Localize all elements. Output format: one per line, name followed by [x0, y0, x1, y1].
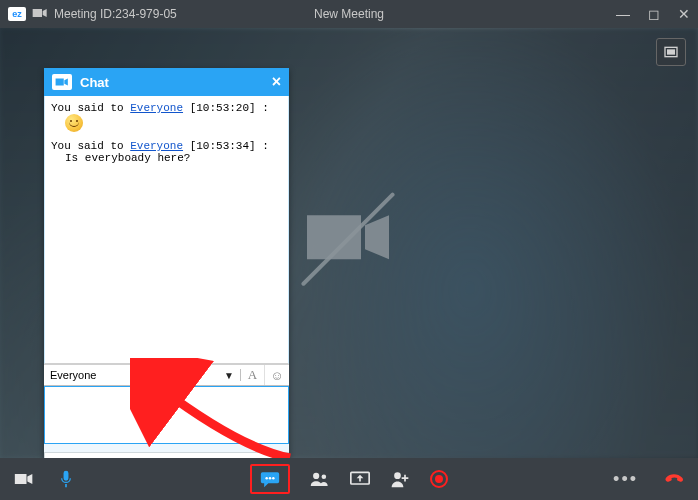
chevron-down-icon: ▼	[224, 370, 234, 381]
maximize-button[interactable]: ◻	[648, 6, 660, 22]
chat-recipient-link[interactable]: Everyone	[130, 102, 183, 114]
camera-off-icon	[303, 201, 395, 277]
minimize-button[interactable]: —	[616, 6, 630, 22]
smiley-emoji-icon	[65, 114, 83, 132]
chat-close-button[interactable]: ×	[272, 73, 281, 91]
camera-small-icon	[32, 7, 48, 22]
chat-button[interactable]	[250, 464, 290, 494]
mic-toggle-button[interactable]	[56, 470, 76, 488]
participants-button[interactable]	[310, 470, 330, 488]
svg-point-2	[265, 477, 268, 480]
meeting-id-label: Meeting ID:234-979-05	[54, 7, 177, 21]
close-window-button[interactable]: ✕	[678, 6, 690, 22]
hangup-button[interactable]	[664, 470, 684, 488]
chat-title: Chat	[80, 75, 109, 90]
chat-log: You said to Everyone [10:53:20] : You sa…	[44, 96, 289, 364]
add-participant-button[interactable]	[390, 470, 410, 488]
emoji-picker-button[interactable]: ☺	[265, 365, 289, 385]
chat-message-body	[51, 114, 282, 132]
chat-header[interactable]: Chat ×	[44, 68, 289, 96]
app-logo-icon: ez	[8, 7, 26, 21]
chat-message: You said to Everyone [10:53:34] :	[51, 140, 282, 152]
svg-point-3	[269, 477, 272, 480]
more-options-button[interactable]: •••	[613, 469, 638, 490]
camera-toggle-button[interactable]	[14, 470, 34, 488]
chat-recipient-selected: Everyone	[50, 369, 96, 381]
record-icon	[430, 470, 448, 488]
svg-point-6	[322, 474, 327, 479]
svg-point-4	[272, 477, 275, 480]
bottom-toolbar: •••	[0, 458, 698, 500]
share-screen-button[interactable]	[350, 470, 370, 488]
chat-app-icon	[52, 74, 72, 90]
chat-message: You said to Everyone [10:53:20] :	[51, 102, 282, 114]
titlebar: ez Meeting ID:234-979-05 New Meeting — ◻…	[0, 0, 698, 28]
video-area: Chat × You said to Everyone [10:53:20] :…	[0, 28, 698, 458]
chat-message-body: Is everyboady here?	[51, 152, 282, 166]
window-title: New Meeting	[314, 7, 384, 21]
chat-input[interactable]	[44, 386, 289, 444]
chat-panel: Chat × You said to Everyone [10:53:20] :…	[44, 68, 289, 458]
record-button[interactable]	[430, 470, 448, 488]
svg-point-5	[313, 473, 319, 479]
chat-recipient-select[interactable]: Everyone ▼	[44, 369, 241, 381]
font-format-button[interactable]: A	[241, 365, 265, 385]
fullscreen-button[interactable]	[656, 38, 686, 66]
chat-recipient-link[interactable]: Everyone	[130, 140, 183, 152]
svg-rect-1	[667, 49, 675, 54]
svg-point-8	[394, 472, 401, 479]
